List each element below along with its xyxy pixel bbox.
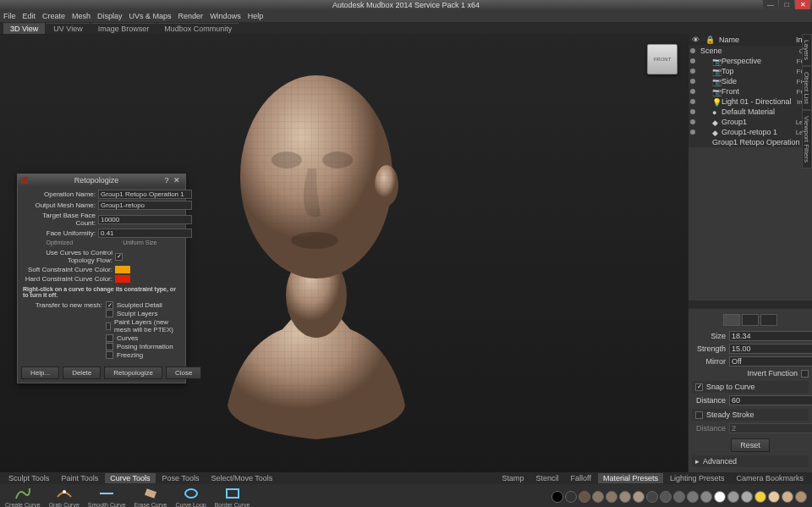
help-button[interactable]: Help...: [21, 366, 59, 379]
material-swatch[interactable]: [633, 491, 645, 503]
steady-checkbox[interactable]: [695, 411, 703, 419]
close-dialog-button[interactable]: Close: [166, 366, 201, 379]
viewcube[interactable]: FRONT: [647, 44, 678, 74]
soft-color-swatch[interactable]: [115, 266, 130, 273]
tool-border-curve[interactable]: Border Curve: [215, 486, 250, 507]
shelf-stencil[interactable]: Stencil: [531, 473, 564, 483]
operation-name-input[interactable]: [98, 190, 192, 199]
shelf-falloff[interactable]: Falloff: [566, 473, 596, 483]
material-swatch[interactable]: [606, 491, 617, 503]
freezing-checkbox[interactable]: [106, 351, 113, 359]
snap-section[interactable]: ✓Snap to Curve: [692, 381, 809, 393]
menu-uvs[interactable]: UVs & Maps: [129, 12, 172, 20]
sidetab-objectlist[interactable]: Object List: [802, 66, 812, 110]
close-button[interactable]: ✕: [795, 0, 810, 9]
shelf-pose[interactable]: Pose Tools: [157, 473, 205, 483]
tool-curve-loop[interactable]: Curve Loop: [175, 486, 206, 507]
sidetab-viewportfilters[interactable]: Viewport Filters: [802, 110, 812, 168]
dialog-title: Retopologize: [31, 176, 162, 185]
tab-mudbox-community[interactable]: Mudbox Community: [157, 23, 239, 34]
material-swatch[interactable]: [579, 491, 590, 503]
posing-checkbox[interactable]: [106, 343, 113, 350]
face-count-input[interactable]: [98, 215, 192, 224]
prop-tab-2[interactable]: [742, 314, 759, 326]
delete-button[interactable]: Delete: [63, 366, 101, 379]
shelf-lighting[interactable]: Lighting Presets: [665, 473, 730, 483]
maximize-button[interactable]: □: [779, 0, 794, 9]
sculpted-detail-checkbox[interactable]: ✓: [106, 301, 113, 309]
material-swatch[interactable]: [727, 491, 739, 503]
material-swatch[interactable]: [565, 491, 577, 503]
hard-color-swatch[interactable]: [115, 275, 130, 283]
uniformity-input[interactable]: [98, 229, 192, 238]
material-swatch[interactable]: [592, 491, 604, 503]
menu-edit[interactable]: Edit: [23, 12, 36, 20]
erase-curve-icon: [142, 486, 159, 501]
material-swatch[interactable]: [619, 491, 631, 503]
brush-properties: Size Strength Mirror Invert Function ✓Sn…: [689, 309, 812, 472]
menu-display[interactable]: Display: [97, 12, 123, 20]
shelf-paint[interactable]: Paint Tools: [56, 473, 103, 483]
scene-tree[interactable]: SceneGer 📷PerspectiveFOV 📷TopFOV 📷SideFO…: [689, 46, 812, 147]
material-swatch[interactable]: [782, 491, 793, 503]
mirror-select[interactable]: [729, 356, 812, 366]
group-icon: ◆: [712, 118, 719, 125]
dialog-titlebar[interactable]: Retopologize ? ✕: [18, 174, 185, 186]
material-swatch[interactable]: [687, 491, 699, 503]
tool-grab-curve[interactable]: Grab Curve: [49, 486, 80, 507]
material-swatch[interactable]: [551, 491, 563, 503]
tree-row: ◆Group1Leve: [689, 117, 812, 127]
material-swatch[interactable]: [768, 491, 780, 503]
material-swatch[interactable]: [660, 491, 672, 503]
tab-3d-view[interactable]: 3D View: [3, 23, 45, 34]
svg-point-7: [322, 152, 353, 168]
distance-input[interactable]: [729, 395, 812, 405]
advanced-toggle[interactable]: ▸Advanced: [692, 455, 809, 467]
material-swatch[interactable]: [673, 491, 685, 503]
shelf-material[interactable]: Material Presets: [598, 473, 663, 483]
material-swatch[interactable]: [741, 491, 753, 503]
material-swatch[interactable]: [700, 491, 712, 503]
sidetab-layers[interactable]: Layers: [802, 34, 812, 66]
prop-tab-3[interactable]: [760, 314, 777, 326]
prop-tab-1[interactable]: [723, 314, 740, 326]
paint-layers-checkbox[interactable]: [106, 322, 111, 330]
reset-button[interactable]: Reset: [731, 438, 770, 452]
menu-mesh[interactable]: Mesh: [72, 12, 91, 20]
tree-scrollbar[interactable]: [689, 300, 812, 309]
menu-help[interactable]: Help: [248, 12, 264, 20]
snap-checkbox[interactable]: ✓: [695, 383, 703, 391]
svg-point-8: [291, 232, 338, 249]
invert-checkbox[interactable]: [801, 370, 809, 377]
menu-windows[interactable]: Windows: [210, 12, 241, 20]
output-mesh-name-input[interactable]: [98, 201, 192, 210]
tool-erase-curve[interactable]: Erase Curve: [134, 486, 167, 507]
tool-smooth-curve[interactable]: Smooth Curve: [88, 486, 126, 507]
steady-section[interactable]: Steady Stroke: [692, 409, 809, 421]
material-swatch[interactable]: [754, 491, 766, 503]
curves-checkbox[interactable]: [106, 334, 113, 342]
menu-create[interactable]: Create: [42, 12, 65, 20]
menu-render[interactable]: Render: [178, 12, 204, 20]
sculpt-layers-checkbox[interactable]: [106, 310, 113, 317]
shelf-camera[interactable]: Camera Bookmarks: [731, 473, 809, 483]
strength-input[interactable]: [729, 344, 812, 354]
shelf-stamp[interactable]: Stamp: [497, 473, 529, 483]
tab-uv-view[interactable]: UV View: [47, 23, 89, 34]
material-swatch[interactable]: [646, 491, 658, 503]
shelf-sculpt[interactable]: Sculpt Tools: [3, 473, 54, 483]
use-curves-checkbox[interactable]: ✓: [115, 253, 123, 261]
shelf-select[interactable]: Select/Move Tools: [206, 473, 277, 483]
shelf-curve[interactable]: Curve Tools: [105, 473, 155, 483]
dialog-help-icon[interactable]: ?: [162, 176, 172, 185]
tool-create-curve[interactable]: Create Curve: [5, 486, 41, 507]
lock-icon: 🔒: [705, 36, 714, 44]
size-input[interactable]: [729, 331, 812, 341]
material-swatch[interactable]: [714, 491, 726, 503]
tab-image-browser[interactable]: Image Browser: [91, 23, 156, 34]
menu-file[interactable]: File: [3, 12, 16, 20]
retopologize-button[interactable]: Retopologize: [104, 366, 162, 379]
dialog-close-icon[interactable]: ✕: [172, 176, 182, 185]
minimize-button[interactable]: —: [763, 0, 778, 9]
material-swatch[interactable]: [795, 491, 807, 503]
